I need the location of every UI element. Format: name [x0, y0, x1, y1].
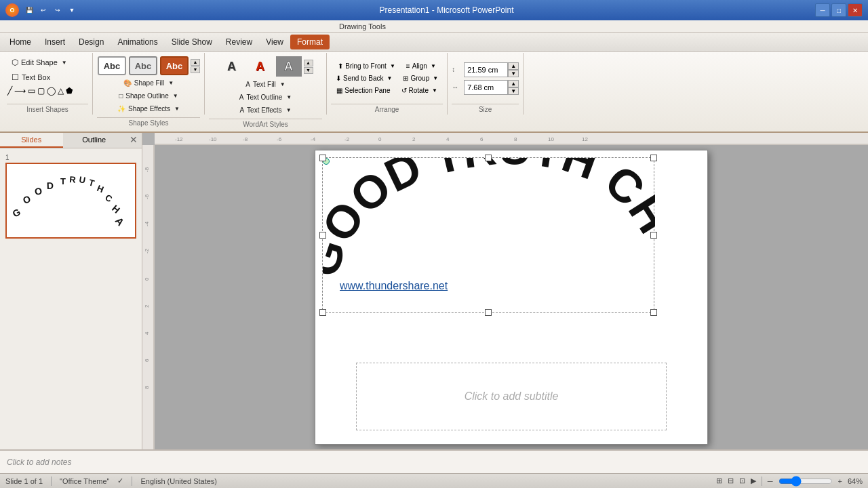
view-reading-icon[interactable]: ⊡ [739, 476, 745, 485]
selection-pane-button[interactable]: ▦ Selection Pane [332, 85, 395, 96]
shape-style-1[interactable]: Abc [98, 56, 126, 75]
svg-text:O: O [34, 185, 43, 197]
handle-left-middle[interactable] [319, 232, 326, 239]
zoom-in-button[interactable]: + [838, 477, 842, 485]
svg-text:2: 2 [412, 136, 416, 142]
tab-slides[interactable]: Slides [0, 133, 63, 148]
tab-outline[interactable]: Outline [63, 133, 126, 148]
ribbon: ⬡ Edit Shape ▼ ☐ Text Box ╱ ⟶ ▭ ▢ ◯ △ ⬟ [0, 52, 868, 133]
close-panel-button[interactable]: ✕ [125, 133, 142, 148]
subtitle-placeholder[interactable]: Click to add subtitle [356, 363, 667, 430]
wordart-style-2[interactable]: A [248, 56, 273, 77]
shape-styles-up[interactable]: ▲ [191, 59, 200, 66]
shape-effects-button[interactable]: ✨ Shape Effects▼ [113, 103, 184, 115]
svg-text:4: 4 [446, 136, 450, 142]
shape-oval[interactable]: ◯ [46, 85, 56, 96]
align-button[interactable]: ≡ Align▼ [401, 60, 441, 72]
bring-to-front-button[interactable]: ⬆ Bring to Front▼ [333, 60, 400, 72]
menu-design[interactable]: Design [72, 35, 111, 49]
quick-access-toolbar: 💾 ↩ ↪ ▼ [23, 4, 78, 16]
shape-rect[interactable]: ▭ [27, 85, 36, 96]
maximize-button[interactable]: □ [831, 3, 846, 17]
slide-area: GOOD TRUTH CHAZ www.thundershare.net Cli… [155, 145, 868, 449]
menu-slide-show[interactable]: Slide Show [165, 35, 219, 49]
handle-top-left[interactable] [319, 155, 326, 161]
handle-right-middle[interactable] [650, 232, 657, 239]
menu-animations[interactable]: Animations [111, 35, 164, 49]
shape-styles-down[interactable]: ▼ [191, 66, 200, 73]
send-to-back-button[interactable]: ⬇ Send to Back▼ [331, 73, 397, 84]
minimize-button[interactable]: ─ [815, 3, 830, 17]
language-info: English (United States) [140, 477, 217, 485]
edit-shape-button[interactable]: ⬡ Edit Shape ▼ [7, 56, 72, 69]
wordart-style-3[interactable]: A [276, 56, 302, 77]
width-input[interactable] [464, 80, 508, 95]
text-outline-button[interactable]: A Text Outline▼ [235, 92, 296, 103]
svg-text:D: D [47, 180, 54, 191]
menu-insert[interactable]: Insert [38, 35, 72, 49]
arrange-row-3: ▦ Selection Pane ↺ Rotate▼ [332, 85, 442, 96]
handle-bottom-right[interactable] [650, 309, 657, 316]
handle-top-right[interactable] [650, 155, 657, 161]
menu-home[interactable]: Home [3, 35, 38, 49]
svg-text:2: 2 [144, 304, 150, 308]
menu-review[interactable]: Review [219, 35, 259, 49]
text-effects-button[interactable]: A Text Effects▼ [235, 104, 296, 116]
office-logo-icon[interactable]: O [5, 3, 19, 17]
handle-top-middle[interactable] [485, 155, 492, 161]
status-check-icon: ✓ [117, 476, 123, 485]
ruler-h-svg: -12 -10 -8 -6 -4 -2 0 2 4 6 8 10 12 [155, 133, 868, 145]
wordart-svg: GOOD TRUTH CHAZ [323, 158, 655, 287]
drawing-tools-banner: Drawing Tools [0, 20, 868, 33]
text-box-button[interactable]: ☐ Text Box [7, 70, 55, 84]
title-bar-left: O 💾 ↩ ↪ ▼ [5, 3, 78, 17]
status-divider-1 [51, 476, 52, 486]
view-normal-icon[interactable]: ⊞ [716, 476, 722, 485]
view-slide-sorter-icon[interactable]: ⊟ [728, 476, 734, 485]
shape-style-3[interactable]: Abc [160, 56, 189, 75]
rotate-button[interactable]: ↺ Rotate▼ [397, 85, 442, 96]
svg-text:-12: -12 [175, 136, 183, 142]
save-button[interactable]: 💾 [23, 4, 35, 16]
shape-outline-button[interactable]: □ Shape Outline▼ [114, 90, 182, 102]
undo-button[interactable]: ↩ [37, 4, 50, 16]
width-spin-down[interactable]: ▼ [508, 87, 519, 95]
slide[interactable]: GOOD TRUTH CHAZ www.thundershare.net Cli… [315, 150, 708, 445]
group-button[interactable]: ⊞ Group▼ [398, 73, 443, 84]
slide-thumbnail-1[interactable]: G O O D T R U T H C H A [5, 163, 136, 239]
width-spin-up[interactable]: ▲ [508, 80, 519, 87]
wordart-style-1[interactable]: A [219, 56, 245, 77]
wordart-styles-down[interactable]: ▼ [304, 67, 313, 74]
shape-arrow[interactable]: ⟶ [14, 85, 26, 96]
notes-area[interactable]: Click to add notes [0, 449, 868, 473]
handle-bottom-middle[interactable] [485, 309, 492, 316]
shape-more[interactable]: ⬟ [65, 85, 73, 96]
shape-round-rect[interactable]: ▢ [37, 85, 45, 96]
svg-text:T: T [60, 176, 66, 186]
menu-view[interactable]: View [259, 35, 290, 49]
shape-line[interactable]: ╱ [7, 85, 13, 96]
svg-text:6: 6 [144, 359, 150, 362]
view-slideshow-icon[interactable]: ▶ [751, 476, 756, 485]
wordart-container[interactable]: GOOD TRUTH CHAZ www.thundershare.net [322, 157, 654, 313]
shape-fill-button[interactable]: 🎨 Shape Fill▼ [119, 77, 178, 89]
zoom-slider[interactable] [778, 476, 833, 487]
svg-text:0: 0 [144, 277, 150, 281]
wordart-styles-up[interactable]: ▲ [304, 60, 313, 66]
redo-button[interactable]: ↪ [52, 4, 64, 16]
height-input[interactable] [464, 62, 508, 77]
shape-style-2[interactable]: Abc [129, 56, 157, 75]
zoom-out-button[interactable]: ─ [768, 477, 773, 485]
svg-rect-12 [155, 133, 868, 145]
ruler-vertical: -8 -6 -4 -2 0 2 4 6 8 [142, 145, 155, 449]
quick-access-more-button[interactable]: ▼ [66, 4, 78, 16]
svg-text:-8: -8 [144, 167, 150, 172]
height-spin-down[interactable]: ▼ [508, 70, 519, 77]
menu-format[interactable]: Format [290, 35, 330, 49]
svg-text:8: 8 [514, 136, 517, 142]
shape-triangle[interactable]: △ [57, 85, 64, 96]
height-spin-up[interactable]: ▲ [508, 62, 519, 70]
text-fill-button[interactable]: A Text Fill▼ [241, 79, 290, 90]
handle-bottom-left[interactable] [319, 309, 326, 316]
close-button[interactable]: ✕ [848, 3, 863, 17]
